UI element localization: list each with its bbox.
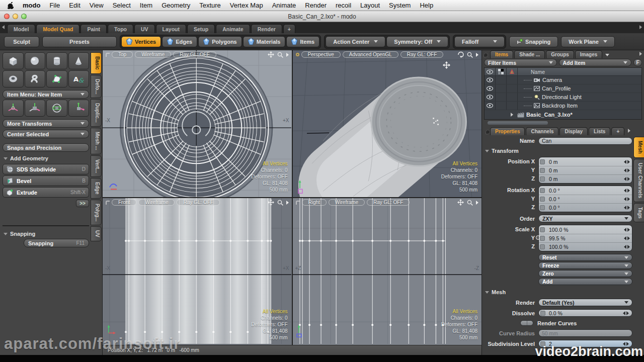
- tab-model-quad[interactable]: Model Quad: [36, 24, 79, 33]
- add-dropdown[interactable]: Add: [538, 278, 632, 285]
- name-input[interactable]: Can: [538, 137, 632, 145]
- viewport-corner-icon[interactable]: [296, 201, 300, 205]
- value-stepper[interactable]: [624, 168, 630, 172]
- zoom-icon[interactable]: [467, 200, 473, 206]
- render-dropdown[interactable]: Default (Yes): [538, 299, 632, 306]
- polygons-mode-button[interactable]: Polygons: [198, 36, 242, 47]
- pen-tool-button[interactable]: [46, 70, 67, 87]
- toolbox-expand-button[interactable]: >>: [76, 200, 89, 207]
- vtab-mesh[interactable]: Mesh ...: [91, 128, 102, 154]
- view-type-button[interactable]: Right: [302, 199, 327, 206]
- envelope-toggle[interactable]: [540, 205, 545, 210]
- freeze-dropdown[interactable]: Freeze: [538, 262, 632, 269]
- snapping-toggle-button[interactable]: Snapping F11: [24, 239, 89, 247]
- tab-model[interactable]: Model: [7, 24, 35, 33]
- shading-mode-button[interactable]: Wireframe: [135, 51, 171, 58]
- envelope-toggle[interactable]: [540, 236, 545, 241]
- view-type-button[interactable]: Perspective: [301, 51, 341, 58]
- rotation-x-input[interactable]: 0.0 °: [539, 186, 632, 195]
- position-y-input[interactable]: 0 m: [539, 166, 632, 174]
- items-mode-button[interactable]: Items: [286, 36, 319, 47]
- tab-topo[interactable]: Topo: [108, 24, 133, 33]
- item-menu-dropdown[interactable]: Item Menu: New Item: [3, 90, 89, 99]
- value-stepper[interactable]: [624, 236, 630, 240]
- sphere-tool-button[interactable]: [25, 52, 46, 69]
- apple-icon[interactable]: [7, 2, 14, 9]
- tab-add-button[interactable]: +: [283, 24, 295, 33]
- viewport-menu-icon[interactable]: [476, 201, 478, 205]
- scale-tool-button[interactable]: [68, 100, 90, 117]
- menu-app-name[interactable]: modo: [23, 2, 40, 9]
- menu-item-edit[interactable]: Edit: [69, 2, 80, 9]
- eye-icon[interactable]: [487, 86, 493, 91]
- viewport-menu-icon[interactable]: [286, 53, 289, 57]
- envelope-toggle[interactable]: [540, 227, 545, 232]
- panel-corner-icon[interactable]: [484, 53, 488, 57]
- panel-corner-icon[interactable]: [486, 130, 490, 134]
- viewport-front[interactable]: Front Wireframe Ray GL: OFF -X +X All Ve…: [103, 198, 292, 345]
- value-stepper[interactable]: [624, 206, 630, 210]
- tab-items[interactable]: Items: [490, 50, 513, 58]
- viewport-top[interactable]: Top Wireframe Ray GL: OFF -X +X All Vert…: [103, 50, 292, 197]
- center-selected-dropdown[interactable]: Center Selected: [3, 130, 89, 138]
- torus-tool-button[interactable]: [3, 70, 24, 87]
- viewport-corner-icon[interactable]: [296, 53, 299, 56]
- tab-paint[interactable]: Paint: [80, 24, 107, 33]
- item-row-directional-light[interactable]: Directional Light: [485, 93, 641, 102]
- vtab-user-channels[interactable]: User Channels: [633, 159, 644, 202]
- menu-item-select[interactable]: Select: [113, 2, 131, 9]
- tab-uv[interactable]: UV: [134, 24, 155, 33]
- more-transforms-dropdown[interactable]: More Transforms: [3, 119, 89, 128]
- eye-icon[interactable]: [487, 95, 493, 100]
- eye-icon[interactable]: [487, 103, 493, 108]
- rotation-y-input[interactable]: 0.0 °: [539, 195, 632, 203]
- snaps-precision-bar[interactable]: Snaps and Precision: [3, 143, 89, 152]
- name-column-header[interactable]: Name: [518, 69, 545, 75]
- work-plane-dropdown[interactable]: Work Plane: [561, 36, 615, 47]
- tab-display[interactable]: Display: [559, 127, 588, 135]
- envelope-toggle[interactable]: [540, 168, 545, 173]
- envelope-toggle[interactable]: [540, 244, 545, 249]
- tab-properties[interactable]: Properties: [490, 127, 525, 135]
- symmetry-dropdown[interactable]: Symmetry: Off: [386, 36, 448, 47]
- tab-scroll-right-icon[interactable]: [639, 25, 642, 29]
- text-tool-button[interactable]: A&: [68, 70, 90, 87]
- vtab-mesh-props[interactable]: Mesh: [633, 137, 644, 158]
- scale-x-input[interactable]: 100.0 %: [539, 225, 632, 234]
- cone-tool-button[interactable]: [68, 52, 90, 69]
- scale-z-input[interactable]: 100.0 %: [539, 242, 632, 251]
- sds-subdivide-button[interactable]: SDS Subdivide D: [3, 164, 89, 174]
- envelope-toggle[interactable]: [540, 188, 545, 193]
- orbit-icon[interactable]: [457, 51, 464, 58]
- cylinder-tool-button[interactable]: [46, 52, 67, 69]
- raygl-button[interactable]: Ray GL: OFF: [367, 199, 410, 206]
- tab-images[interactable]: Images: [575, 50, 602, 58]
- tab-groups[interactable]: Groups: [546, 50, 574, 58]
- cube-tool-button[interactable]: [3, 52, 24, 69]
- order-dropdown[interactable]: ZXY: [538, 215, 632, 222]
- menu-item-file[interactable]: File: [49, 2, 60, 9]
- dissolve-input[interactable]: 0.0 %: [538, 309, 632, 317]
- chevron-down-icon[interactable]: [605, 54, 609, 56]
- vertices-mode-button[interactable]: Vertices: [121, 36, 161, 47]
- vtab-polygon[interactable]: Polyg...: [91, 200, 102, 226]
- presets-button[interactable]: Presets: [42, 36, 117, 47]
- tab-shade[interactable]: Shade ...: [514, 50, 545, 58]
- view-type-button[interactable]: Top: [112, 51, 133, 58]
- render-curves-checkbox[interactable]: [520, 320, 533, 326]
- snapping-toolbar-button[interactable]: Snapping: [509, 36, 558, 47]
- envelope-toggle[interactable]: [540, 197, 545, 202]
- rotate-tool-button[interactable]: [46, 100, 67, 117]
- expand-triangle-icon[interactable]: [511, 113, 513, 117]
- menu-item-system[interactable]: System: [389, 2, 411, 9]
- menu-item-view[interactable]: View: [90, 2, 104, 9]
- vtab-deform[interactable]: Defo...: [91, 75, 102, 99]
- item-row-can-profile[interactable]: Can_Profile: [485, 84, 641, 93]
- scrollbar-thumb[interactable]: [488, 121, 548, 125]
- rotation-z-input[interactable]: 0.0 °: [539, 203, 632, 212]
- value-stepper[interactable]: [624, 189, 630, 193]
- menu-item-animate[interactable]: Animate: [272, 2, 296, 9]
- tab-scroll-right-icon[interactable]: [639, 52, 642, 56]
- eye-icon[interactable]: [487, 77, 493, 82]
- menu-item-recoil[interactable]: recoil: [336, 2, 351, 9]
